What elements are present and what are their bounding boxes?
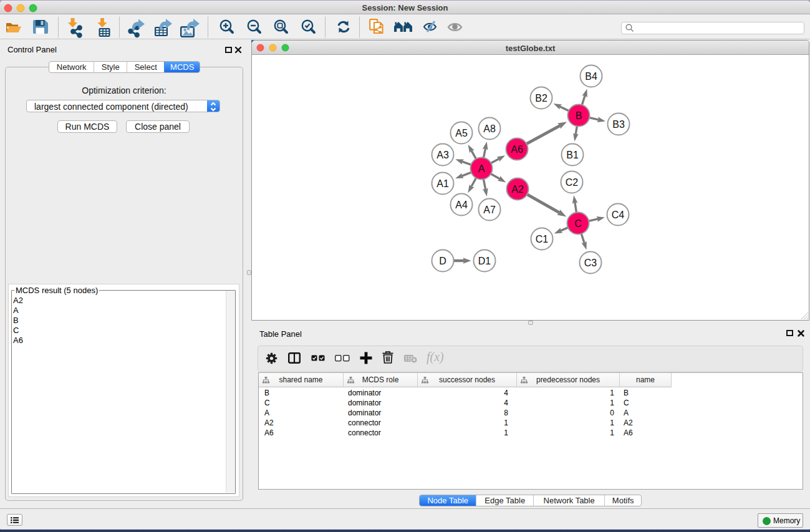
- svg-text:B4: B4: [585, 71, 597, 82]
- svg-text:C4: C4: [612, 210, 625, 220]
- svg-text:D1: D1: [478, 256, 491, 266]
- svg-text:B: B: [576, 110, 582, 121]
- svg-text:A1: A1: [436, 178, 449, 189]
- svg-text:A7: A7: [483, 205, 496, 215]
- svg-text:A8: A8: [483, 123, 496, 134]
- svg-text:B2: B2: [535, 93, 547, 104]
- svg-text:A4: A4: [455, 200, 468, 210]
- svg-text:C: C: [574, 218, 582, 229]
- svg-text:A: A: [478, 163, 485, 174]
- svg-text:B3: B3: [612, 119, 625, 130]
- svg-text:B1: B1: [566, 150, 579, 160]
- svg-text:C1: C1: [536, 234, 549, 244]
- svg-text:C2: C2: [566, 177, 579, 188]
- svg-text:A3: A3: [436, 150, 449, 160]
- svg-text:C3: C3: [584, 258, 597, 268]
- svg-text:A6: A6: [511, 144, 523, 155]
- svg-text:D: D: [439, 256, 446, 266]
- svg-text:A2: A2: [511, 184, 524, 195]
- svg-text:A5: A5: [455, 128, 468, 138]
